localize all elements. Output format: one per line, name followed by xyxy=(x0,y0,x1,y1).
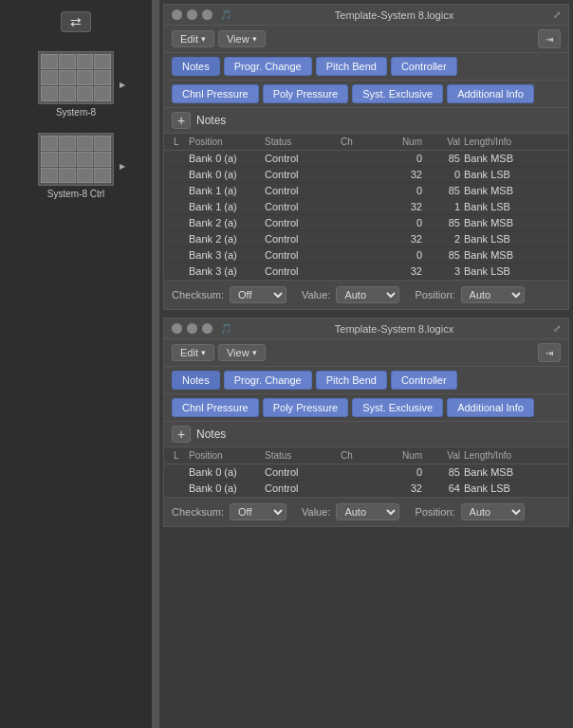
tab-progr-change-1[interactable]: Progr. Change xyxy=(224,57,312,76)
col-num-1: Num xyxy=(377,136,424,148)
toolbar-right-2[interactable]: ⇥ xyxy=(538,343,561,362)
table-row[interactable]: Bank 2 (a) Control 0 85 Bank MSB xyxy=(164,215,568,231)
view-button-1[interactable]: View xyxy=(218,30,266,47)
cell-position: Bank 3 (a) xyxy=(187,248,263,262)
tab-row-2b: Chnl Pressure Poly Pressure Syst. Exclus… xyxy=(164,394,568,422)
table-row[interactable]: Bank 2 (a) Control 32 2 Bank LSB xyxy=(164,231,568,247)
add-button-2[interactable]: + xyxy=(172,426,191,443)
position-group-1: Position: Auto Manual xyxy=(415,286,524,303)
tab-poly-pressure-1[interactable]: Poly Pressure xyxy=(263,84,348,103)
notes-title-1: Notes xyxy=(196,114,226,127)
checksum-select-1[interactable]: Off On xyxy=(230,286,286,303)
cell-position: Bank 1 (a) xyxy=(187,200,263,213)
position-group-2: Position: Auto Manual xyxy=(415,503,524,520)
tab-controller-1[interactable]: Controller xyxy=(391,57,457,76)
table-row[interactable]: Bank 1 (a) Control 0 85 Bank MSB xyxy=(164,183,568,199)
checksum-label-2: Checksum: xyxy=(172,506,224,518)
tab-poly-pressure-2[interactable]: Poly Pressure xyxy=(263,398,348,417)
device-grid-system8 xyxy=(38,51,114,104)
position-select-2[interactable]: Auto Manual xyxy=(461,503,525,520)
tab-additional-info-2[interactable]: Additional Info xyxy=(447,398,534,417)
window-close-1[interactable] xyxy=(172,9,182,20)
table-row[interactable]: Bank 0 (a) Control 32 64 Bank LSB xyxy=(164,481,568,497)
notes-title-2: Notes xyxy=(196,428,226,441)
window-titlebar-1: 🎵 Template-System 8.logicx ⤢ xyxy=(164,5,568,26)
tab-syst-exclusive-2[interactable]: Syst. Exclusive xyxy=(352,398,443,417)
device-cell xyxy=(77,54,94,69)
toolbar-right-1[interactable]: ⇥ xyxy=(538,29,561,48)
device-cell xyxy=(94,70,111,85)
edit-button-1[interactable]: Edit xyxy=(172,30,214,47)
table-row[interactable]: Bank 0 (a) Control 0 85 Bank MSB xyxy=(164,151,568,167)
add-button-1[interactable]: + xyxy=(172,112,191,129)
tab-notes-2[interactable]: Notes xyxy=(172,371,220,390)
file-icon-2: 🎵 xyxy=(220,323,231,334)
window-min-1[interactable] xyxy=(187,9,197,20)
cell-l xyxy=(172,157,187,159)
tab-chnl-pressure-2[interactable]: Chnl Pressure xyxy=(172,398,259,417)
cell-length: Bank LSB xyxy=(462,264,561,278)
checksum-select-2[interactable]: Off On xyxy=(230,503,286,520)
table-row[interactable]: Bank 0 (a) Control 32 0 Bank LSB xyxy=(164,167,568,183)
window-max-1[interactable] xyxy=(202,9,213,20)
window-expand-2[interactable]: ⤢ xyxy=(553,323,561,334)
tab-pitch-bend-1[interactable]: Pitch Bend xyxy=(316,57,387,76)
cell-num: 0 xyxy=(377,465,424,479)
tab-pitch-bend-2[interactable]: Pitch Bend xyxy=(316,371,387,390)
cell-status: Control xyxy=(263,465,339,479)
data-table-1: Bank 0 (a) Control 0 85 Bank MSB Bank 0 … xyxy=(164,151,568,280)
col-val-2: Val xyxy=(424,449,462,462)
window-close-2[interactable] xyxy=(172,323,182,334)
table-row[interactable]: Bank 0 (a) Control 0 85 Bank MSB xyxy=(164,464,568,481)
device-cell xyxy=(41,54,58,69)
device-cell xyxy=(77,136,94,151)
tab-syst-exclusive-1[interactable]: Syst. Exclusive xyxy=(352,84,443,103)
cell-ch xyxy=(339,471,377,473)
view-button-2[interactable]: View xyxy=(218,344,266,361)
cell-status: Control xyxy=(263,200,339,213)
tab-additional-info-1[interactable]: Additional Info xyxy=(447,84,534,103)
cell-position: Bank 2 (a) xyxy=(187,232,263,246)
device-cell xyxy=(41,136,58,151)
window-expand-1[interactable]: ⤢ xyxy=(553,9,561,20)
sync-button[interactable]: ⇄ xyxy=(61,11,91,32)
window-min-2[interactable] xyxy=(187,323,197,334)
tab-notes-1[interactable]: Notes xyxy=(172,57,220,76)
cell-val: 85 xyxy=(424,184,462,197)
value-select-2[interactable]: Auto Manual xyxy=(336,503,399,520)
window-max-2[interactable] xyxy=(202,323,213,334)
cell-num: 32 xyxy=(377,232,424,246)
device-cell xyxy=(59,86,76,101)
device-label-system8ctrl: System-8 Ctrl xyxy=(47,189,105,199)
cell-l xyxy=(172,254,187,256)
device-item-system8[interactable]: ▶ System-8 xyxy=(38,51,114,118)
cell-num: 32 xyxy=(377,200,424,213)
table-row[interactable]: Bank 3 (a) Control 32 3 Bank LSB xyxy=(164,264,568,280)
cell-status: Control xyxy=(263,152,339,165)
cell-status: Control xyxy=(263,232,339,246)
col-position-2: Position xyxy=(187,449,263,462)
tab-chnl-pressure-1[interactable]: Chnl Pressure xyxy=(172,84,259,103)
table-row[interactable]: Bank 3 (a) Control 0 85 Bank MSB xyxy=(164,247,568,264)
device-item-system8ctrl[interactable]: ▶ System-8 Ctrl xyxy=(38,133,114,199)
table-row[interactable]: Bank 1 (a) Control 32 1 Bank LSB xyxy=(164,199,568,215)
position-select-1[interactable]: Auto Manual xyxy=(461,286,525,303)
cell-length: Bank LSB xyxy=(462,482,561,495)
edit-button-2[interactable]: Edit xyxy=(172,344,214,361)
device-cell xyxy=(94,54,111,69)
device-cell xyxy=(77,86,94,101)
data-table-2: Bank 0 (a) Control 0 85 Bank MSB Bank 0 … xyxy=(164,464,568,497)
cell-val: 1 xyxy=(424,200,462,213)
value-select-1[interactable]: Auto Manual xyxy=(336,286,399,303)
tab-controller-2[interactable]: Controller xyxy=(391,371,457,390)
device-list: ▶ System-8 ▶ System-8 Ctrl xyxy=(30,44,121,720)
window-title-2: Template-System 8.logicx xyxy=(235,323,553,335)
device-cell xyxy=(94,86,111,101)
tab-progr-change-2[interactable]: Progr. Change xyxy=(224,371,312,390)
cell-length: Bank LSB xyxy=(462,200,561,213)
window-controls-1 xyxy=(172,9,213,20)
col-num-2: Num xyxy=(377,449,424,462)
col-length-1: Length/Info xyxy=(462,136,561,148)
tab-row-2: Notes Progr. Change Pitch Bend Controlle… xyxy=(164,367,568,394)
cell-position: Bank 2 (a) xyxy=(187,216,263,229)
